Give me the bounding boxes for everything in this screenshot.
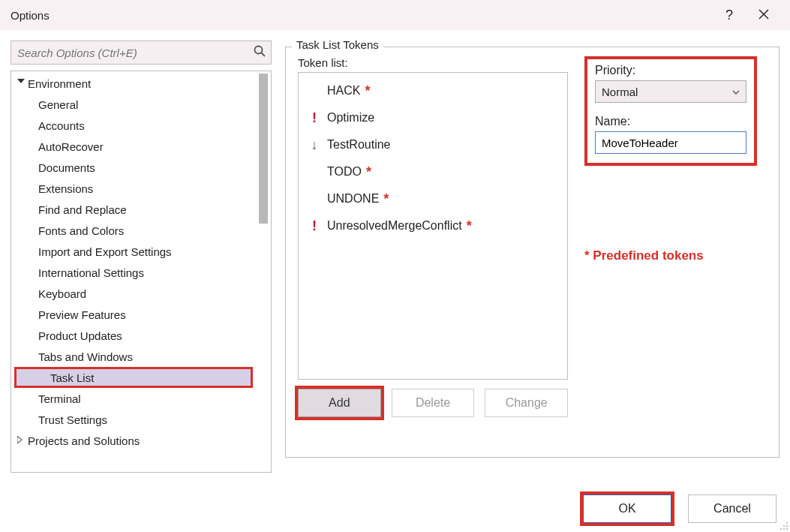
predefined-tokens-note: * Predefined tokens [584, 248, 767, 263]
window-title: Options [11, 9, 50, 22]
tree-item-import-and-export-settings[interactable]: Import and Export Settings [11, 241, 271, 262]
delete-button[interactable]: Delete [392, 389, 475, 417]
tree-item-keyboard[interactable]: Keyboard [11, 283, 271, 304]
tree-label: Find and Replace [37, 203, 127, 216]
options-tree: Environment General Accounts AutoRecover… [11, 71, 272, 473]
token-name: HACK [323, 84, 360, 98]
tree-item-preview-features[interactable]: Preview Features [11, 304, 271, 325]
token-row[interactable]: UNDONE * [299, 185, 567, 212]
tree-item-terminal[interactable]: Terminal [11, 388, 271, 409]
token-row[interactable]: TODO * [299, 158, 567, 185]
close-button[interactable] [746, 0, 781, 30]
svg-line-3 [262, 53, 266, 56]
tree-label: Keyboard [37, 287, 86, 300]
tree-label: General [37, 98, 78, 111]
token-row[interactable]: ! Optimize [299, 104, 567, 131]
tree-item-find-and-replace[interactable]: Find and Replace [11, 199, 271, 220]
tree-label: International Settings [37, 266, 144, 279]
button-label: Change [506, 396, 548, 410]
svg-point-9 [780, 528, 782, 530]
svg-marker-4 [17, 79, 25, 83]
predefined-star-icon: * [379, 191, 389, 207]
token-name: UnresolvedMergeConflict [323, 219, 462, 233]
priority-value: Normal [602, 86, 638, 98]
tree-scrollbar[interactable] [259, 74, 268, 224]
priority-label: Priority: [595, 64, 746, 77]
tree-item-autorecover[interactable]: AutoRecover [11, 136, 271, 157]
button-label: Delete [416, 396, 450, 410]
svg-point-11 [786, 528, 788, 530]
token-name: TODO [323, 165, 362, 179]
tree-item-trust-settings[interactable]: Trust Settings [11, 409, 271, 430]
priority-low-icon: ↓ [306, 137, 323, 153]
tree-label: Product Updates [37, 329, 122, 342]
tree-label: Accounts [37, 119, 85, 132]
close-icon [758, 8, 769, 23]
tree-label: Fonts and Colors [37, 224, 124, 237]
token-row[interactable]: ↓ TestRoutine [299, 131, 567, 158]
tree-label: Documents [37, 161, 95, 174]
svg-point-7 [783, 525, 785, 527]
button-label: Cancel [713, 502, 751, 515]
token-row[interactable]: ! UnresolvedMergeConflict * [299, 212, 567, 239]
tree-item-product-updates[interactable]: Product Updates [11, 325, 271, 346]
name-label: Name: [595, 115, 746, 128]
svg-point-10 [783, 528, 785, 530]
change-button[interactable]: Change [485, 389, 568, 417]
search-box[interactable] [11, 41, 272, 65]
tree-label: Extensions [37, 182, 93, 195]
chevron-down-icon [732, 86, 740, 97]
token-name: TestRoutine [323, 138, 391, 152]
group-legend: Task List Tokens [292, 38, 383, 51]
priority-high-icon: ! [306, 218, 323, 234]
tree-label: Projects and Solutions [26, 434, 140, 447]
tree-item-accounts[interactable]: Accounts [11, 115, 271, 136]
token-name: UNDONE [323, 192, 379, 206]
predefined-star-icon: * [462, 218, 472, 234]
svg-point-2 [255, 46, 263, 53]
resize-grip-icon[interactable] [778, 520, 788, 530]
tree-item-tabs-and-windows[interactable]: Tabs and Windows [11, 346, 271, 367]
question-icon: ? [725, 8, 733, 23]
name-input[interactable] [595, 131, 746, 154]
tree-label: Trust Settings [37, 413, 107, 426]
token-row[interactable]: HACK * [299, 77, 567, 104]
help-button[interactable]: ? [712, 0, 746, 30]
ok-button[interactable]: OK [583, 494, 671, 523]
tree-root-projects-and-solutions[interactable]: Projects and Solutions [11, 430, 271, 451]
button-label: Add [329, 396, 350, 410]
svg-point-8 [786, 525, 788, 527]
tree-item-fonts-and-colors[interactable]: Fonts and Colors [11, 220, 271, 241]
button-label: OK [618, 502, 635, 515]
priority-name-form: Priority: Normal Name: [584, 56, 757, 166]
tree-item-documents[interactable]: Documents [11, 157, 271, 178]
svg-marker-5 [17, 436, 22, 443]
predefined-star-icon: * [362, 164, 371, 180]
token-list[interactable]: HACK * ! Optimize ↓ TestRoutine [298, 72, 568, 380]
predefined-star-icon: * [360, 83, 370, 99]
tree-item-task-list[interactable]: Task List [14, 367, 253, 388]
tree-item-international-settings[interactable]: International Settings [11, 262, 271, 283]
tree-root-environment[interactable]: Environment [11, 73, 271, 94]
svg-point-6 [786, 522, 788, 524]
tree-label: Terminal [37, 392, 81, 405]
tree-label: Tabs and Windows [37, 350, 133, 363]
search-input[interactable] [16, 47, 253, 59]
tree-label: AutoRecover [37, 140, 104, 153]
tree-label: Import and Export Settings [37, 245, 172, 258]
cancel-button[interactable]: Cancel [688, 494, 776, 523]
priority-high-icon: ! [306, 110, 323, 126]
task-list-tokens-group: Task List Tokens Token list: HACK * ! Op… [285, 47, 779, 458]
tree-label: Task List [40, 371, 94, 384]
token-list-label: Token list: [298, 56, 568, 69]
title-bar: Options ? [0, 0, 790, 30]
add-button[interactable]: Add [298, 389, 381, 417]
priority-select[interactable]: Normal [595, 80, 746, 103]
token-name: Optimize [323, 111, 374, 125]
tree-label: Environment [26, 77, 91, 90]
tree-label: Preview Features [37, 308, 126, 321]
tree-item-general[interactable]: General [11, 94, 271, 115]
collapse-icon [16, 435, 26, 446]
tree-item-extensions[interactable]: Extensions [11, 178, 271, 199]
search-icon [253, 44, 266, 62]
